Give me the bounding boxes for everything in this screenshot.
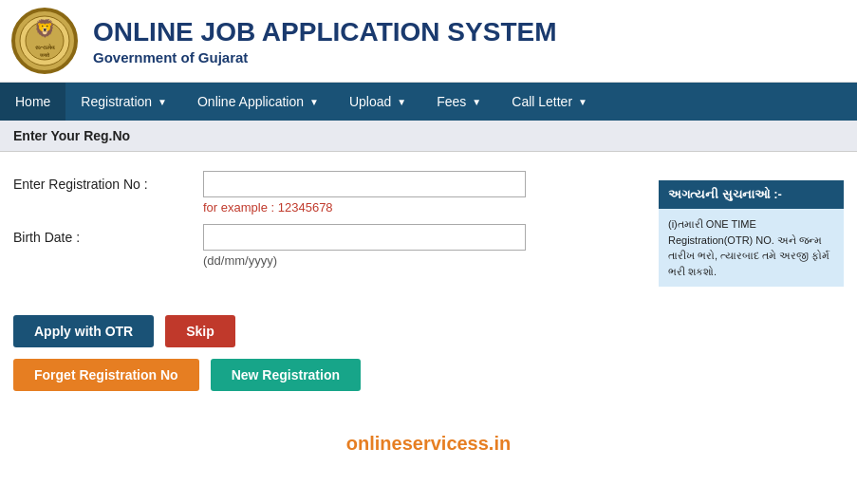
site-subtitle: Government of Gujarat [93, 49, 556, 65]
reg-no-hint: for example : 12345678 [203, 200, 526, 215]
nav-upload-arrow: ▼ [397, 97, 406, 107]
site-title: ONLINE JOB APPLICATION SYSTEM [93, 16, 556, 48]
site-header: 🦁 સત્યમેવ जयते ONLINE JOB APPLICATION SY… [0, 0, 857, 83]
birth-date-hint: (dd/mm/yyyy) [203, 253, 526, 268]
nav-home-label: Home [15, 94, 50, 109]
main-content: Enter Registration No : for example : 12… [0, 152, 857, 306]
buttons-row-1: Apply with OTR Skip [0, 306, 857, 353]
nav-online-application-arrow: ▼ [309, 97, 319, 107]
site-title-block: ONLINE JOB APPLICATION SYSTEM Government… [93, 16, 556, 66]
nav-upload-label: Upload [349, 94, 391, 109]
watermark-label: onlineservicess.in [346, 433, 511, 454]
nav-registration-label: Registration [81, 94, 152, 109]
svg-text:🦁: 🦁 [34, 18, 56, 39]
new-registration-button[interactable]: New Registration [211, 359, 361, 391]
nav-fees[interactable]: Fees ▼ [421, 83, 496, 121]
birth-date-input-group: (dd/mm/yyyy) [203, 224, 526, 268]
nav-upload[interactable]: Upload ▼ [334, 83, 421, 121]
birth-date-row: Birth Date : (dd/mm/yyyy) [13, 224, 643, 268]
info-panel: અગત્યની સુચનાઓ :- (i)તમારી ONE TIME Regi… [659, 180, 844, 287]
reg-no-label: Enter Registration No : [13, 171, 203, 192]
info-panel-header: અગત્યની સુચનાઓ :- [659, 180, 844, 209]
nav-home[interactable]: Home [0, 83, 65, 121]
page-title: Enter Your Reg.No [13, 128, 130, 143]
main-navbar: Home Registration ▼ Online Application ▼… [0, 83, 857, 121]
nav-online-application[interactable]: Online Application ▼ [182, 83, 334, 121]
reg-no-input-group: for example : 12345678 [203, 171, 526, 215]
info-panel-body: (i)તમારી ONE TIME Registration(OTR) NO. … [659, 209, 844, 287]
skip-button[interactable]: Skip [165, 315, 235, 347]
reg-no-row: Enter Registration No : for example : 12… [13, 171, 643, 215]
page-title-bar: Enter Your Reg.No [0, 121, 857, 152]
form-section: Enter Registration No : for example : 12… [13, 171, 643, 287]
watermark-text: onlineservicess.in [0, 404, 857, 464]
nav-call-letter[interactable]: Call Letter ▼ [496, 83, 603, 121]
nav-fees-arrow: ▼ [472, 97, 481, 107]
apply-otr-button[interactable]: Apply with OTR [13, 315, 154, 347]
nav-registration-arrow: ▼ [158, 97, 167, 107]
emblem-logo: 🦁 સત્યમેવ जयते [11, 8, 78, 74]
svg-text:સત્યમેવ: સત્યમેવ [35, 44, 55, 50]
svg-text:जयते: जयते [39, 52, 50, 58]
nav-online-application-label: Online Application [197, 94, 304, 109]
nav-call-letter-label: Call Letter [512, 94, 572, 109]
birth-date-label: Birth Date : [13, 224, 203, 245]
nav-call-letter-arrow: ▼ [578, 97, 587, 107]
buttons-row-2: Forget Registration No New Registration [0, 353, 857, 404]
reg-no-input[interactable] [203, 171, 526, 197]
forget-reg-button[interactable]: Forget Registration No [13, 359, 199, 391]
birth-date-input[interactable] [203, 224, 526, 251]
nav-registration[interactable]: Registration ▼ [65, 83, 182, 121]
nav-fees-label: Fees [437, 94, 466, 109]
